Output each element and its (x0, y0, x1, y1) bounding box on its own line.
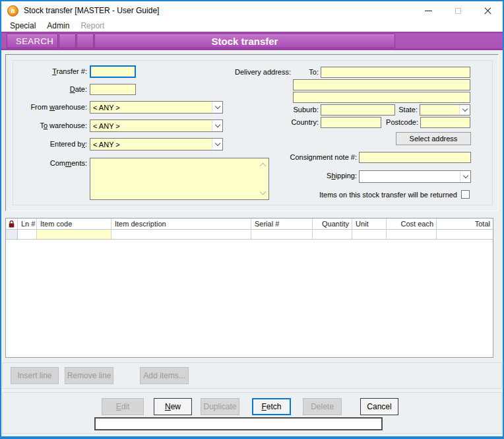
serial-cell[interactable] (251, 230, 313, 240)
column-header-ln[interactable]: Ln # (18, 219, 37, 229)
from-warehouse-select[interactable]: < ANY > (90, 101, 223, 114)
menu-admin[interactable]: Admin (44, 21, 72, 30)
column-header-unit[interactable]: Unit (352, 219, 387, 229)
returned-checkbox-label: Items on this stock transfer will be ret… (230, 191, 457, 199)
search-button[interactable]: SEARCH (7, 34, 58, 48)
suburb-input[interactable] (321, 104, 395, 116)
date-input[interactable] (90, 84, 136, 95)
item-code-cell[interactable] (37, 230, 111, 240)
column-header-item-description[interactable]: Item description (111, 219, 251, 229)
date-label: Date: (6, 85, 87, 93)
state-label: State: (387, 106, 418, 114)
menu-bar: Special Admin Report (1, 20, 503, 32)
action-buttons-panel: Edit New Duplicate Fetch Delete Cancel (2, 392, 502, 434)
entered-by-value: < ANY > (90, 141, 212, 149)
to-warehouse-select[interactable]: < ANY > (90, 119, 223, 132)
cancel-button[interactable]: Cancel (360, 398, 398, 415)
remove-line-button: Remove line (65, 367, 113, 384)
items-table: Ln # Item code Item description Serial #… (5, 218, 493, 358)
quantity-cell[interactable] (313, 230, 352, 240)
chevron-down-icon[interactable] (212, 102, 222, 113)
stock-transfer-window: a Stock transfer [MASTER - User Guide] S… (0, 0, 504, 439)
from-warehouse-label: From warehouse: (6, 103, 87, 111)
close-button[interactable] (473, 1, 503, 20)
postcode-input[interactable] (420, 117, 470, 128)
delivery-line2-input[interactable] (293, 79, 470, 90)
app-icon: a (7, 5, 18, 17)
state-select[interactable] (420, 104, 470, 116)
add-items-button: Add items... (140, 367, 189, 384)
to-warehouse-value: < ANY > (90, 122, 212, 130)
title-bar: a Stock transfer [MASTER - User Guide] (1, 1, 503, 20)
menu-report: Report (78, 21, 107, 30)
column-header-quantity[interactable]: Quantity (313, 219, 352, 229)
consignment-note-label: Consignment note #: (230, 153, 357, 161)
duplicate-button: Duplicate (201, 398, 239, 415)
minimize-button[interactable] (414, 1, 443, 20)
maximize-button (443, 1, 473, 20)
chevron-down-icon[interactable] (212, 120, 222, 131)
lock-icon (9, 220, 15, 228)
insert-line-button: Insert line (11, 367, 59, 384)
country-label: Country: (230, 118, 319, 126)
delivery-to-input[interactable] (321, 67, 470, 78)
row-header-cell[interactable] (6, 230, 18, 240)
window-border (0, 0, 504, 1)
item-description-cell[interactable] (111, 230, 251, 240)
to-warehouse-label: To warehouse: (6, 121, 87, 129)
toolbar-title: Stock transfer (94, 34, 395, 48)
comments-label: Comments: (6, 159, 87, 167)
maximize-icon (455, 8, 461, 14)
window-border (0, 0, 1, 439)
line-buttons-panel: Insert line Remove line Add items... (2, 362, 502, 389)
postcode-label: Postcode: (375, 118, 418, 126)
country-input[interactable] (321, 117, 381, 128)
chevron-down-icon[interactable] (460, 171, 470, 182)
purple-toolbar: SEARCH Stock transfer (1, 32, 503, 50)
scroll-up-icon[interactable] (260, 163, 267, 170)
shipping-select[interactable] (359, 170, 471, 183)
lock-column-header (6, 219, 18, 229)
column-header-cost-each[interactable]: Cost each (387, 219, 437, 229)
chevron-down-icon[interactable] (212, 139, 222, 150)
table-row[interactable] (6, 230, 493, 240)
suburb-label: Suburb: (230, 106, 319, 114)
select-address-button[interactable]: Select address (396, 132, 471, 145)
entered-by-select[interactable]: < ANY > (90, 138, 223, 151)
window-border (0, 436, 504, 439)
delete-button: Delete (303, 398, 342, 415)
ln-cell[interactable] (18, 230, 37, 240)
column-header-item-code[interactable]: Item code (37, 219, 111, 229)
column-header-serial[interactable]: Serial # (251, 219, 313, 229)
new-button[interactable]: New (154, 398, 192, 415)
fetch-button[interactable]: Fetch (252, 398, 291, 415)
minimize-icon (425, 11, 432, 11)
items-table-header: Ln # Item code Item description Serial #… (6, 219, 493, 230)
entered-by-label: Entered by: (6, 140, 87, 148)
main-area: Transfer #: Date: From warehouse: < ANY … (1, 50, 503, 436)
total-cell[interactable] (437, 230, 493, 240)
unit-cell[interactable] (352, 230, 387, 240)
status-field[interactable] (94, 417, 383, 430)
consignment-note-input[interactable] (359, 152, 471, 163)
delivery-line3-input[interactable] (293, 92, 470, 103)
returned-checkbox[interactable] (461, 190, 470, 199)
column-header-total[interactable]: Total (437, 219, 493, 229)
window-title: Stock transfer [MASTER - User Guide] (24, 6, 159, 15)
close-icon (484, 7, 492, 15)
shipping-label: Shipping: (230, 172, 357, 180)
from-warehouse-value: < ANY > (90, 104, 212, 112)
edit-button: Edit (102, 398, 144, 415)
toolbar-segment[interactable] (59, 34, 76, 48)
transfer-number-input[interactable] (90, 65, 136, 78)
delivery-to-label: To: (296, 68, 319, 76)
delivery-address-label: Delivery address: (171, 68, 291, 76)
menu-special[interactable]: Special (7, 21, 38, 30)
form-panel: Transfer #: Date: From warehouse: < ANY … (5, 54, 499, 211)
chevron-down-icon[interactable] (459, 105, 470, 115)
cost-each-cell[interactable] (387, 230, 437, 240)
toolbar-segment[interactable] (77, 34, 94, 48)
transfer-number-label: Transfer #: (6, 67, 87, 75)
